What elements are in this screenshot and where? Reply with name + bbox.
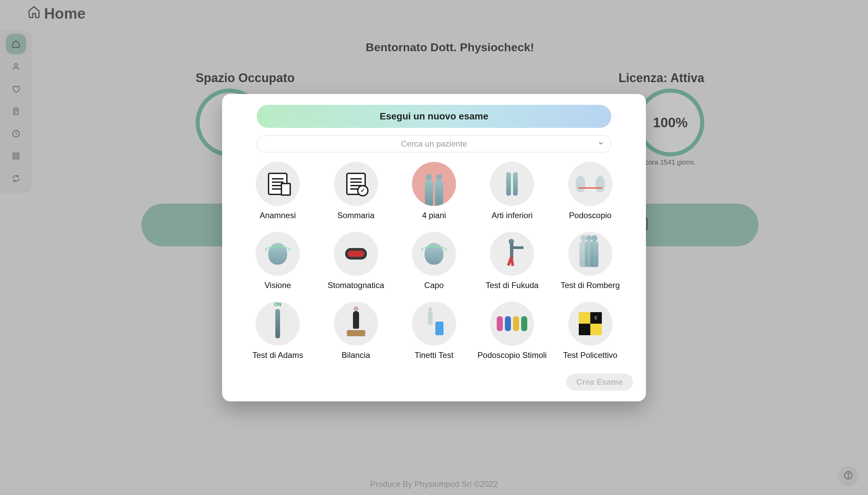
patient-search-placeholder: Cerca un paziente	[401, 139, 467, 149]
exam-grid: AnamnesiSommaria4 pianiArti inferioriPod…	[235, 162, 633, 360]
exam-icon-sommaria	[334, 162, 378, 206]
exam-card-stoma[interactable]: Stomatognatica	[318, 232, 393, 290]
exam-card-adams[interactable]: Test di Adams	[241, 302, 315, 360]
exam-card-4piani[interactable]: 4 piani	[397, 162, 471, 220]
modal-title: Esegui un nuovo esame	[257, 105, 611, 128]
exam-label-podostim: Podoscopio Stimoli	[477, 351, 547, 360]
exam-label-anamnesi: Anamnesi	[260, 211, 296, 220]
exam-label-podoscopio: Podoscopio	[569, 211, 611, 220]
exam-icon-policet: E	[568, 302, 612, 346]
exam-label-sommaria: Sommaria	[337, 211, 374, 220]
exam-icon-capo	[412, 232, 456, 276]
exam-card-podostim[interactable]: Podoscopio Stimoli	[475, 302, 549, 360]
exam-label-romberg: Test di Romberg	[561, 280, 620, 290]
exam-label-arti: Arti inferiori	[492, 211, 533, 220]
exam-card-capo[interactable]: Capo	[397, 232, 471, 290]
modal-footer: Crea Esame	[235, 374, 633, 391]
exam-label-capo: Capo	[424, 280, 443, 290]
exam-label-4piani: 4 piani	[422, 211, 446, 220]
chevron-down-icon	[598, 139, 604, 149]
exam-icon-romberg	[568, 232, 612, 276]
exam-card-anamnesi[interactable]: Anamnesi	[241, 162, 315, 220]
exam-icon-bilancia	[334, 302, 378, 346]
exam-label-adams: Test di Adams	[252, 351, 303, 360]
exam-card-fukuda[interactable]: Test di Fukuda	[475, 232, 549, 290]
create-exam-button[interactable]: Crea Esame	[566, 374, 633, 391]
exam-card-arti[interactable]: Arti inferiori	[475, 162, 549, 220]
exam-icon-podoscopio	[568, 162, 612, 206]
exam-icon-fukuda	[490, 232, 534, 276]
exam-icon-anamnesi	[256, 162, 300, 206]
modal-overlay[interactable]: Esegui un nuovo esame Cerca un paziente …	[0, 0, 868, 495]
exam-label-tinetti: Tinetti Test	[415, 351, 454, 360]
exam-card-policet[interactable]: ETest Policettivo	[553, 302, 627, 360]
exam-icon-arti	[490, 162, 534, 206]
new-exam-modal: Esegui un nuovo esame Cerca un paziente …	[222, 94, 646, 402]
exam-icon-podostim	[490, 302, 534, 346]
exam-card-sommaria[interactable]: Sommaria	[318, 162, 393, 220]
exam-card-bilancia[interactable]: Bilancia	[318, 302, 393, 360]
exam-card-podoscopio[interactable]: Podoscopio	[553, 162, 627, 220]
exam-card-tinetti[interactable]: Tinetti Test	[397, 302, 471, 360]
exam-icon-stoma	[334, 232, 378, 276]
exam-icon-4piani	[412, 162, 456, 206]
exam-icon-tinetti	[412, 302, 456, 346]
patient-search-select[interactable]: Cerca un paziente	[257, 135, 611, 152]
exam-card-visione[interactable]: Visione	[241, 232, 315, 290]
exam-icon-visione	[256, 232, 300, 276]
exam-icon-adams	[256, 302, 300, 346]
exam-label-policet: Test Policettivo	[563, 351, 617, 360]
exam-card-romberg[interactable]: Test di Romberg	[553, 232, 627, 290]
exam-label-fukuda: Test di Fukuda	[485, 280, 538, 290]
exam-label-visione: Visione	[264, 280, 291, 290]
exam-label-stoma: Stomatognatica	[327, 280, 384, 290]
exam-label-bilancia: Bilancia	[342, 351, 370, 360]
